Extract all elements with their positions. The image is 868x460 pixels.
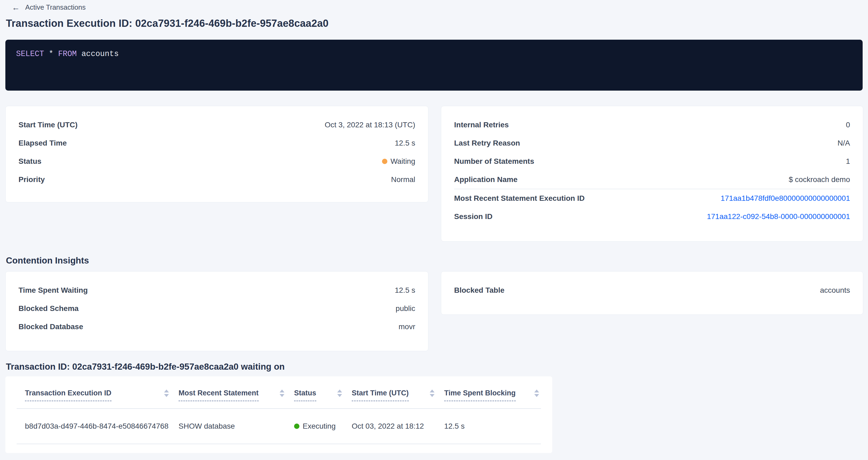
waiting-on-table: Transaction Execution ID Most Recent Sta… bbox=[5, 376, 552, 453]
waiting-on-heading: Transaction ID: 02ca7931-f246-469b-b2fe-… bbox=[6, 361, 285, 373]
page-title: Transaction Execution ID: 02ca7931-f246-… bbox=[6, 18, 329, 29]
sort-desc-icon bbox=[430, 394, 435, 397]
elapsed-time-label: Elapsed Time bbox=[19, 139, 67, 148]
blocked-database-value: movr bbox=[399, 323, 415, 331]
detail-row-priority: Priority Normal bbox=[19, 171, 415, 189]
column-header-label[interactable]: Status bbox=[294, 388, 316, 401]
detail-row-elapsed-time: Elapsed Time 12.5 s bbox=[19, 134, 415, 152]
internal-retries-value: 0 bbox=[846, 121, 850, 129]
priority-value: Normal bbox=[391, 175, 415, 184]
detail-row-statement-execution-id: Most Recent Statement Execution ID 171aa… bbox=[454, 189, 850, 208]
sql-keyword: FROM bbox=[58, 50, 77, 58]
sort-desc-icon bbox=[164, 394, 169, 397]
column-header-label[interactable]: Start Time (UTC) bbox=[352, 388, 409, 401]
detail-row-time-spent-waiting: Time Spent Waiting 12.5 s bbox=[19, 281, 415, 300]
last-retry-reason-label: Last Retry Reason bbox=[454, 139, 520, 148]
detail-row-start-time: Start Time (UTC) Oct 3, 2022 at 18:13 (U… bbox=[19, 116, 415, 134]
priority-label: Priority bbox=[19, 175, 45, 184]
status-text: Executing bbox=[303, 422, 336, 431]
sort-icon[interactable] bbox=[164, 390, 169, 397]
column-header-start-time: Start Time (UTC) bbox=[352, 388, 435, 401]
column-header-transaction-execution-id: Transaction Execution ID bbox=[25, 388, 169, 401]
column-header-label[interactable]: Most Recent Statement bbox=[179, 388, 259, 401]
elapsed-time-value: 12.5 s bbox=[395, 139, 415, 148]
column-header-most-recent-statement: Most Recent Statement bbox=[179, 388, 284, 401]
contention-left-card: Time Spent Waiting 12.5 s Blocked Schema… bbox=[5, 271, 428, 351]
detail-row-status: Status Waiting bbox=[19, 152, 415, 171]
table-header-row: Transaction Execution ID Most Recent Sta… bbox=[5, 376, 552, 401]
detail-row-blocked-database: Blocked Database movr bbox=[19, 318, 415, 336]
status-label: Status bbox=[19, 157, 41, 166]
sort-desc-icon bbox=[534, 394, 539, 397]
time-spent-waiting-value: 12.5 s bbox=[395, 286, 415, 295]
sort-icon[interactable] bbox=[430, 390, 435, 397]
blocked-schema-label: Blocked Schema bbox=[19, 304, 79, 313]
detail-row-last-retry-reason: Last Retry Reason N/A bbox=[454, 134, 850, 152]
start-time-value: Oct 3, 2022 at 18:13 (UTC) bbox=[324, 121, 415, 129]
back-link-label: Active Transactions bbox=[25, 3, 86, 11]
sql-plain: accounts bbox=[77, 50, 119, 58]
left-arrow-icon: ← bbox=[12, 3, 20, 11]
status-text: Waiting bbox=[391, 157, 415, 166]
time-spent-waiting-label: Time Spent Waiting bbox=[19, 286, 88, 295]
statement-execution-id-link[interactable]: 171aa1b478fdf0e80000000000000001 bbox=[720, 194, 850, 203]
column-header-label[interactable]: Transaction Execution ID bbox=[25, 388, 112, 401]
application-name-label: Application Name bbox=[454, 175, 517, 184]
number-of-statements-label: Number of Statements bbox=[454, 157, 534, 166]
transaction-details-card: Internal Retries 0 Last Retry Reason N/A… bbox=[441, 106, 863, 242]
sort-asc-icon bbox=[280, 390, 284, 393]
session-id-label: Session ID bbox=[454, 212, 492, 221]
cell-most-recent-statement: SHOW database bbox=[179, 422, 284, 431]
sql-statement: SELECT * FROM accounts bbox=[16, 49, 852, 59]
blocked-database-label: Blocked Database bbox=[19, 323, 83, 331]
session-id-link[interactable]: 171aa122-c092-54b8-0000-000000000001 bbox=[707, 212, 850, 221]
back-link[interactable]: ← Active Transactions bbox=[12, 3, 86, 11]
table-row: b8d7d03a-d497-446b-8474-e50846674768 SHO… bbox=[5, 409, 552, 443]
last-retry-reason-value: N/A bbox=[837, 139, 850, 148]
sort-desc-icon bbox=[337, 394, 342, 397]
status-dot-executing-icon bbox=[294, 424, 300, 429]
sort-asc-icon bbox=[164, 390, 169, 393]
cell-status: Executing bbox=[294, 422, 342, 431]
sort-asc-icon bbox=[337, 390, 342, 393]
blocked-table-label: Blocked Table bbox=[454, 286, 504, 295]
cell-start-time: Oct 03, 2022 at 18:12 bbox=[352, 422, 435, 431]
sort-desc-icon bbox=[280, 394, 284, 397]
detail-row-blocked-table: Blocked Table accounts bbox=[454, 281, 850, 300]
column-header-status: Status bbox=[294, 388, 342, 401]
detail-row-internal-retries: Internal Retries 0 bbox=[454, 116, 850, 134]
sql-keyword: SELECT bbox=[16, 50, 44, 58]
sql-plain: * bbox=[44, 50, 58, 58]
detail-row-application-name: Application Name $ cockroach demo bbox=[454, 171, 850, 189]
sql-statement-box: SELECT * FROM accounts bbox=[5, 40, 863, 91]
cell-time-spent-blocking: 12.5 s bbox=[444, 422, 539, 431]
number-of-statements-value: 1 bbox=[846, 157, 850, 166]
column-header-time-spent-blocking: Time Spent Blocking bbox=[444, 388, 539, 401]
table-row-divider bbox=[17, 443, 541, 444]
cell-transaction-execution-id: b8d7d03a-d497-446b-8474-e50846674768 bbox=[25, 422, 169, 431]
status-dot-waiting-icon bbox=[382, 159, 388, 164]
statement-execution-id-label: Most Recent Statement Execution ID bbox=[454, 194, 585, 203]
detail-row-blocked-schema: Blocked Schema public bbox=[19, 300, 415, 318]
blocked-table-value: accounts bbox=[820, 286, 850, 295]
column-header-label[interactable]: Time Spent Blocking bbox=[444, 388, 516, 401]
sort-icon[interactable] bbox=[534, 390, 539, 397]
start-time-label: Start Time (UTC) bbox=[19, 121, 78, 129]
blocked-schema-value: public bbox=[396, 304, 415, 313]
status-value: Waiting bbox=[382, 157, 415, 166]
sort-icon[interactable] bbox=[337, 390, 342, 397]
sort-asc-icon bbox=[430, 390, 435, 393]
application-name-value: $ cockroach demo bbox=[789, 175, 850, 184]
contention-right-card: Blocked Table accounts bbox=[441, 271, 863, 315]
internal-retries-label: Internal Retries bbox=[454, 121, 509, 129]
contention-insights-heading: Contention Insights bbox=[6, 255, 89, 267]
sort-icon[interactable] bbox=[280, 390, 284, 397]
sort-asc-icon bbox=[534, 390, 539, 393]
detail-row-number-of-statements: Number of Statements 1 bbox=[454, 152, 850, 171]
detail-row-session-id: Session ID 171aa122-c092-54b8-0000-00000… bbox=[454, 208, 850, 226]
transaction-overview-card: Start Time (UTC) Oct 3, 2022 at 18:13 (U… bbox=[5, 106, 428, 203]
